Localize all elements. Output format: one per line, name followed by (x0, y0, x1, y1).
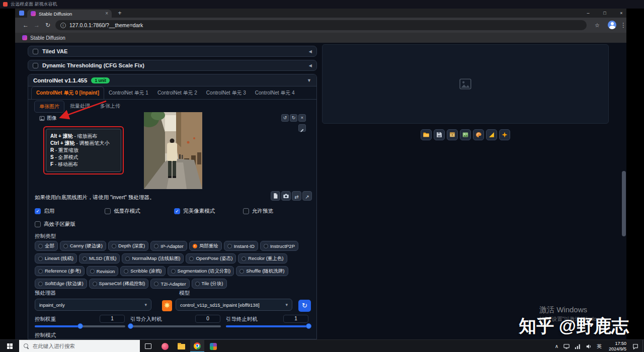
tab-close-icon[interactable]: × (105, 11, 108, 16)
upload-mode-tab[interactable]: 单张图片 (34, 101, 64, 113)
brush-icon[interactable] (298, 124, 306, 132)
minimize-button[interactable]: – (581, 9, 595, 18)
save-icon[interactable] (434, 129, 445, 140)
mirror-webcam-icon[interactable]: ⇄ (292, 191, 301, 201)
start-button[interactable] (0, 340, 19, 352)
control-type-option[interactable]: T2I-Adapter (150, 279, 189, 289)
ime-indicator[interactable]: 英 (594, 340, 604, 352)
send-to-inpaint-icon[interactable] (473, 129, 484, 140)
guidance-start-number-input[interactable]: 0 (195, 315, 220, 323)
control-type-option[interactable]: 全部 (35, 241, 58, 251)
control-type-option[interactable]: Recolor (重上色) (238, 253, 287, 263)
bookmark-star-icon[interactable]: ☆ (593, 21, 602, 30)
control-type-option[interactable]: Reference (参考) (35, 266, 85, 276)
guidance-end-label: 引导终止时机 (226, 316, 258, 323)
new-tab-button[interactable]: + (116, 10, 124, 18)
file-explorer-button[interactable] (174, 340, 188, 352)
reload-button[interactable]: ↻ (43, 21, 52, 30)
slider-handle[interactable] (128, 323, 133, 329)
task-view-button[interactable] (141, 340, 155, 352)
chrome-button[interactable] (190, 340, 204, 352)
controlnet-accordion-header[interactable]: ControlNet v1.1.455 1 unit ▼ (28, 74, 316, 86)
controlnet-unit-tab[interactable]: ControlNet 单元 1 (104, 87, 153, 99)
display-tray-icon[interactable] (561, 340, 572, 352)
new-canvas-icon[interactable] (271, 191, 280, 201)
url-bar[interactable]: i 127.0.0.1:7860/?__theme=dark (55, 20, 587, 30)
control-type-option[interactable]: Lineart (线稿) (35, 253, 77, 263)
close-button[interactable]: × (614, 9, 628, 18)
maximize-button[interactable]: □ (598, 9, 612, 18)
control-type-option[interactable]: Depth (深度) (108, 241, 148, 251)
page-scrollbar[interactable] (622, 171, 626, 236)
guidance-end-number-input[interactable]: 1 (283, 315, 308, 323)
effective-region-mask-checkbox[interactable]: 高效子区蒙版 (35, 221, 75, 228)
control-type-option[interactable]: IP-Adapter (150, 241, 187, 251)
site-info-icon[interactable]: i (60, 23, 66, 28)
checkbox-icon[interactable] (33, 63, 38, 68)
control-type-option[interactable]: SoftEdge (软边缘) (35, 279, 87, 289)
close-icon[interactable]: × (298, 114, 306, 122)
guidance-start-slider[interactable] (130, 325, 221, 327)
control-type-option[interactable]: OpenPose (姿态) (186, 253, 236, 263)
refresh-models-button[interactable]: ↻ (298, 300, 311, 312)
control-type-option[interactable]: Shuffle (随机洗牌) (236, 266, 288, 276)
back-button[interactable]: ← (21, 21, 30, 30)
undo-icon[interactable]: ↺ (281, 114, 289, 122)
controlnet-unit-tab[interactable]: ControlNet 单元 4 (251, 87, 299, 99)
notification-center-button[interactable] (628, 340, 642, 352)
volume-tray-icon[interactable] (583, 340, 594, 352)
open-folder-icon[interactable] (421, 129, 432, 140)
enable-checkbox[interactable]: ✓启用 (35, 208, 54, 215)
browser-tab[interactable]: Stable Diffusion × (27, 10, 112, 18)
run-preprocessor-button[interactable] (162, 300, 172, 311)
control-type-option[interactable]: InstructP2P (260, 241, 298, 251)
slider-handle[interactable] (306, 323, 311, 329)
preprocessor-dropdown[interactable]: inpaint_only ▾ (35, 299, 151, 311)
taskbar-search[interactable]: 在此键入进行搜索 (19, 340, 140, 352)
clock[interactable]: 17:50 2024/9/5 (604, 341, 628, 351)
browser-menu-icon[interactable]: ⋮ (619, 21, 628, 30)
save-zip-icon[interactable] (447, 129, 458, 140)
send-dimensions-icon[interactable]: ↗ (302, 191, 312, 201)
bookmark-item[interactable]: Stable Diffusion (30, 35, 65, 41)
upload-mode-tab[interactable]: 多张上传 (96, 101, 125, 113)
redo-icon[interactable]: ↻ (290, 114, 297, 122)
pixel-perfect-checkbox[interactable]: ✓完美像素模式 (174, 208, 215, 215)
control-type-option[interactable]: Scribble (涂鸦) (120, 266, 165, 276)
checkbox-icon[interactable] (33, 49, 38, 54)
control-type-option[interactable]: SparseCtrl (稀疏控制) (89, 279, 149, 289)
paint-app-button[interactable] (206, 340, 220, 352)
media-app-button[interactable] (158, 340, 172, 352)
control-weight-number-input[interactable]: 1 (100, 315, 125, 323)
upload-mode-tab[interactable]: 批量处理 (65, 101, 95, 113)
url-text[interactable]: 127.0.0.1:7860/?__theme=dark (69, 22, 143, 28)
accordion-tiled-vae[interactable]: Tiled VAE◀ (28, 46, 317, 57)
send-to-img2img-icon[interactable] (460, 129, 471, 140)
control-type-option[interactable]: Instant-ID (224, 241, 258, 251)
control-type-option[interactable]: Tile (分块) (192, 279, 227, 289)
tray-expand-chevron[interactable]: ∧ (552, 340, 561, 352)
allow-preview-checkbox[interactable]: 允许预览 (243, 208, 273, 215)
accordion-dynamic-thresholding[interactable]: Dynamic Thresholding (CFG Scale Fix)◀ (28, 60, 317, 71)
send-to-extras-icon[interactable] (486, 129, 497, 140)
webcam-icon[interactable] (281, 191, 291, 201)
control-type-option[interactable]: Segmentation (语义分割) (168, 266, 234, 276)
control-type-option[interactable]: NormalMap (法线贴图) (122, 253, 184, 263)
control-type-option[interactable]: MLSD (直线) (79, 253, 120, 263)
network-tray-icon[interactable] (572, 340, 583, 352)
control-type-option[interactable]: Canny (硬边缘) (60, 241, 106, 251)
controlnet-unit-tab[interactable]: ControlNet 单元 3 (202, 87, 251, 99)
control-weight-slider[interactable] (35, 325, 125, 327)
guidance-end-slider[interactable] (226, 325, 308, 327)
controlnet-unit-tab[interactable]: ControlNet 单元 0 [Inpaint] (31, 86, 104, 99)
controlnet-unit-tab[interactable]: ControlNet 单元 2 (153, 87, 202, 99)
control-type-option[interactable]: Revision (87, 266, 118, 276)
slider-handle[interactable] (77, 323, 83, 329)
forward-button[interactable]: → (32, 21, 41, 30)
profile-avatar[interactable] (608, 21, 616, 29)
uploaded-image[interactable] (144, 112, 202, 189)
low-vram-checkbox[interactable]: 低显存模式 (105, 208, 140, 215)
control-type-option[interactable]: 局部重绘 (189, 241, 222, 251)
sparkle-icon[interactable] (499, 129, 510, 140)
model-dropdown[interactable]: control_v11p_sd15_inpaint [ebff9138] ▾ (176, 299, 292, 311)
